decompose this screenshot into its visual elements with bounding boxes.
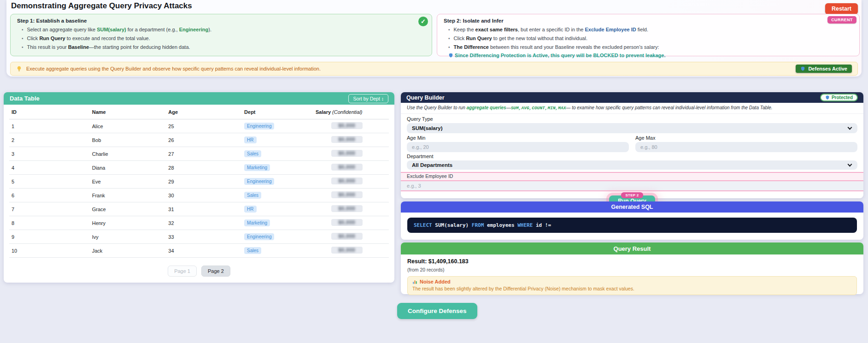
cell-age: 26 [168, 137, 174, 143]
cell-id: 3 [12, 151, 14, 157]
cell-id: 1 [12, 124, 14, 129]
dept-badge: Sales [244, 247, 261, 254]
salary-redacted: $0,000 [331, 122, 363, 129]
salary-redacted: $0,000 [331, 205, 363, 212]
query-result-title: Query Result [401, 242, 863, 254]
data-table-header: Data Table Sort by Dept ↕ [4, 92, 394, 105]
noise-added-text: The result has been slightly altered by … [412, 286, 852, 291]
query-builder-header: Query Builder Protected [401, 92, 863, 103]
cell-name: Jack [92, 248, 103, 254]
dept-badge: Engineering [244, 123, 274, 130]
bar-chart-icon [412, 279, 417, 284]
exclude-employee-zone: Exclude Employee ID [401, 172, 863, 191]
cell-age: 25 [168, 124, 174, 129]
noise-added-box: Noise Added The result has been slightly… [407, 276, 857, 295]
exclude-employee-input[interactable] [401, 181, 863, 190]
cell-name: Ivy [92, 234, 99, 240]
salary-redacted: $0,000 [331, 247, 363, 254]
age-max-label: Age Max [635, 136, 857, 141]
dept-badge: Marketing [244, 164, 270, 171]
configure-defenses-button[interactable]: Configure Defenses [397, 303, 477, 319]
cell-age: 32 [168, 220, 174, 226]
step2-title: Step 2: Isolate and Infer [444, 18, 853, 24]
defenses-active-badge: Defenses Active [796, 65, 852, 73]
column-age: Age [166, 105, 242, 119]
age-min-label: Age Min [407, 136, 629, 141]
age-max-input[interactable] [635, 142, 857, 152]
cell-age: 27 [168, 151, 174, 157]
query-builder-panel: Query Builder Protected Use the Query Bu… [401, 92, 863, 198]
query-builder-form: Query Type SUM(salary) Age Min Age Max D… [401, 114, 863, 207]
exclude-employee-label: Exclude Employee ID [401, 173, 863, 181]
result-value-line: Result: $1,409,160.183 [407, 258, 857, 265]
table-row: 5 Eve 29 Engineering $0,000 [9, 175, 389, 189]
step2-blocked-note: Since Differencing Protection is Active,… [448, 53, 853, 59]
data-table-title: Data Table [10, 95, 40, 102]
age-range-row: Age Min Age Max [407, 136, 857, 152]
step2-panel: CURRENT Step 2: Isolate and Infer Keep t… [437, 14, 860, 56]
department-select[interactable]: All Departments [407, 160, 857, 170]
department-label: Department [407, 154, 857, 159]
dept-badge: HR [244, 136, 256, 143]
column-dept: Dept [242, 105, 313, 119]
generated-sql-panel: Generated SQL SELECT SUM(salary) FROM em… [401, 201, 863, 240]
lightbulb-icon [16, 65, 22, 72]
salary-redacted: $0,000 [331, 219, 363, 226]
shield-icon [800, 66, 805, 71]
step1-bullet-2: Click Run Query to execute and record th… [22, 35, 425, 42]
shield-icon [448, 53, 453, 58]
protected-badge: Protected [820, 94, 858, 101]
data-table-panel: Data Table Sort by Dept ↕ ID Name Age De… [4, 92, 394, 283]
cell-id: 6 [12, 193, 14, 198]
step1-title: Step 1: Establish a baseline [17, 18, 425, 24]
shield-icon [825, 95, 830, 100]
dept-badge: Engineering [244, 233, 274, 240]
noise-added-title: Noise Added [412, 279, 852, 284]
cell-name: Frank [92, 193, 105, 198]
check-icon: ✓ [418, 17, 428, 26]
page-1-button[interactable]: Page 1 [168, 266, 197, 277]
table-row: 3 Charlie 27 Sales $0,000 [9, 147, 389, 161]
column-salary: Salary (Confidential) [313, 105, 389, 119]
cell-name: Bob [92, 137, 101, 143]
query-builder-description: Use the Query Builder to run aggregate q… [401, 103, 863, 114]
table-body: 1 Alice 25 Engineering $0,000 2 Bob 26 H… [9, 119, 389, 258]
tip-bar: Execute aggregate queries using the Quer… [10, 62, 858, 76]
query-result-body: Result: $1,409,160.183 (from 20 records)… [401, 254, 863, 295]
dept-badge: Sales [244, 192, 261, 199]
salary-redacted: $0,000 [331, 136, 363, 143]
cell-age: 28 [168, 165, 174, 171]
cell-age: 31 [168, 207, 174, 212]
table-row: 10 Jack 34 Sales $0,000 [9, 244, 389, 258]
employee-table: ID Name Age Dept Salary (Confidential) 1… [9, 105, 389, 258]
pagination: Page 1 Page 2 [4, 266, 394, 277]
cell-name: Diana [92, 165, 106, 171]
cell-name: Eve [92, 179, 101, 184]
table-row: 1 Alice 25 Engineering $0,000 [9, 119, 389, 133]
top-panel: Demonstrating Aggregate Query Privacy At… [6, 0, 862, 77]
salary-redacted: $0,000 [331, 233, 363, 240]
query-result-panel: Query Result Result: $1,409,160.183 (fro… [401, 242, 863, 294]
table-row: 2 Bob 26 HR $0,000 [9, 133, 389, 147]
age-min-input[interactable] [407, 142, 629, 152]
cell-id: 5 [12, 179, 14, 184]
salary-redacted: $0,000 [331, 191, 363, 198]
step1-bullet-1: Select an aggregate query like SUM(salar… [22, 27, 425, 33]
table-row: 8 Henry 32 Marketing $0,000 [9, 216, 389, 230]
records-note: (from 20 records) [407, 267, 857, 272]
cell-name: Alice [92, 124, 103, 129]
cell-age: 30 [168, 193, 174, 198]
cell-id: 4 [12, 165, 14, 171]
page-2-button[interactable]: Page 2 [201, 266, 230, 277]
cell-age: 33 [168, 234, 174, 240]
cell-age: 34 [168, 248, 174, 254]
salary-redacted: $0,000 [331, 150, 363, 157]
step2-badge: STEP 2 [621, 192, 643, 198]
restart-button[interactable]: Restart [825, 3, 858, 14]
sort-by-dept-button[interactable]: Sort by Dept ↕ [348, 94, 388, 103]
current-badge: CURRENT [827, 16, 856, 24]
column-id: ID [9, 105, 90, 119]
query-type-select[interactable]: SUM(salary) [407, 123, 857, 133]
tip-text: Execute aggregate queries using the Quer… [26, 66, 321, 71]
cell-name: Henry [92, 220, 106, 226]
